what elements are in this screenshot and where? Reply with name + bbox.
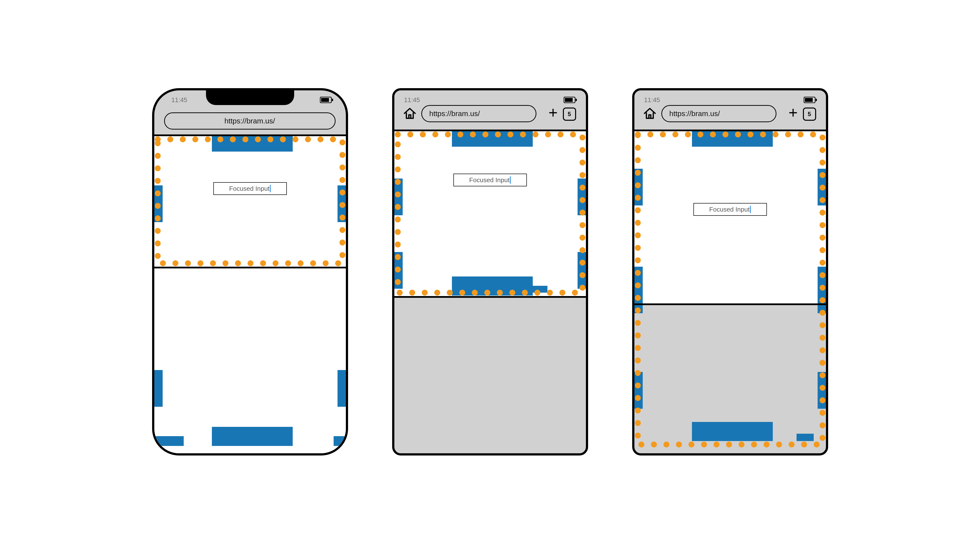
- tabs-button[interactable]: 5: [563, 108, 576, 121]
- fixed-bottom-left-stub: [154, 436, 184, 446]
- fixed-right-bar-lower: [818, 372, 826, 409]
- browser-address-bar: https://bram.us/: [154, 113, 346, 132]
- fixed-left-bar-lower: [395, 252, 402, 289]
- svg-rect-6: [576, 99, 577, 101]
- ios-notch: [206, 90, 294, 105]
- fixed-left-bar-mid: [635, 267, 643, 313]
- fixed-bottom-bar: [212, 427, 293, 446]
- battery-icon: [803, 97, 817, 104]
- text-caret: [750, 206, 751, 213]
- fixed-top-bar: [692, 131, 773, 147]
- page-content: [395, 131, 586, 296]
- fixed-bottom-bar: [452, 276, 533, 295]
- svg-rect-9: [805, 98, 813, 102]
- input-value: Focused Input: [710, 206, 750, 213]
- svg-rect-1: [321, 98, 329, 102]
- fixed-bottom-right-stub: [334, 436, 346, 446]
- fixed-right-bar: [578, 178, 586, 215]
- url-field[interactable]: https://bram.us/: [661, 105, 776, 122]
- fixed-right-bar: [337, 186, 346, 222]
- input-value: Focused Input: [469, 176, 510, 184]
- url-text: https://bram.us/: [430, 110, 480, 118]
- focused-input[interactable]: Focused Input: [213, 182, 287, 195]
- focused-input[interactable]: Focused Input: [694, 203, 767, 216]
- tab-count: 5: [808, 111, 811, 118]
- phone-android-b: 11:45 https://bram.us/ + 5: [632, 88, 828, 456]
- fixed-top-bar: [452, 131, 533, 147]
- page-content: [635, 131, 826, 303]
- browser-toolbar: https://bram.us/ + 5: [395, 105, 586, 127]
- status-time: 11:45: [404, 96, 420, 104]
- fixed-bottom-right-stub: [533, 286, 547, 293]
- home-icon[interactable]: [643, 106, 657, 121]
- new-tab-icon[interactable]: +: [789, 104, 797, 121]
- phone-android-a: 11:45 https://bram.us/ + 5: [392, 88, 588, 456]
- new-tab-icon[interactable]: +: [549, 104, 557, 121]
- battery-icon: [320, 97, 334, 104]
- keyboard-separator: [154, 267, 346, 268]
- fixed-left-bar: [154, 186, 163, 222]
- fixed-bottom-bar: [692, 422, 773, 441]
- fixed-left-bar: [635, 169, 643, 205]
- svg-rect-10: [816, 99, 817, 101]
- text-caret: [510, 176, 511, 184]
- keyboard-separator: [395, 296, 586, 298]
- battery-icon: [563, 97, 578, 104]
- fixed-right-bar-mid: [818, 267, 826, 313]
- fixed-left-bar-lower: [635, 372, 643, 409]
- url-text: https://bram.us/: [670, 110, 720, 118]
- fixed-right-bar-lower: [337, 370, 346, 407]
- svg-rect-5: [565, 98, 573, 102]
- fixed-top-bar: [212, 136, 293, 152]
- svg-rect-2: [332, 99, 333, 101]
- phone-ios: 11:45 https://bram.us/: [152, 88, 348, 456]
- url-text: https://bram.us/: [224, 117, 275, 125]
- status-time: 11:45: [172, 96, 188, 104]
- tabs-button[interactable]: 5: [803, 108, 816, 121]
- diagram-stage: 11:45 https://bram.us/: [0, 88, 980, 456]
- text-caret: [270, 185, 270, 192]
- input-value: Focused Input: [229, 185, 270, 192]
- url-field[interactable]: https://bram.us/: [164, 113, 336, 130]
- fixed-right-bar-lower: [578, 252, 586, 289]
- tab-count: 5: [568, 111, 571, 118]
- chrome-separator: [635, 130, 826, 131]
- fixed-bottom-right-stub: [797, 434, 814, 441]
- focused-input[interactable]: Focused Input: [453, 174, 527, 186]
- keyboard-separator: [635, 303, 826, 305]
- home-icon[interactable]: [403, 106, 417, 121]
- browser-toolbar: https://bram.us/ + 5: [635, 105, 826, 127]
- chrome-separator: [395, 130, 586, 131]
- url-field[interactable]: https://bram.us/: [421, 105, 536, 122]
- fixed-left-bar: [395, 178, 402, 215]
- fixed-left-bar-lower: [154, 370, 163, 407]
- chrome-separator: [154, 135, 346, 136]
- status-time: 11:45: [644, 96, 660, 104]
- fixed-right-bar: [818, 169, 826, 205]
